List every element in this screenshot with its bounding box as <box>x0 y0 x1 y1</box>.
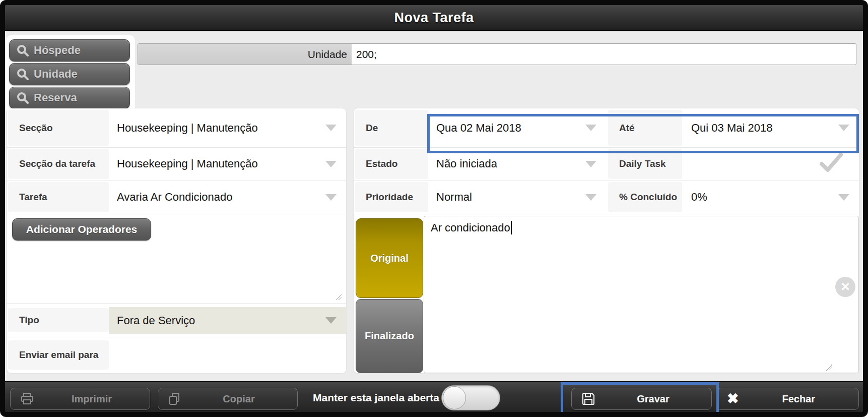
unidade-field-value[interactable]: 200; <box>352 44 856 65</box>
dialog-titlebar: Nova Tarefa <box>5 5 863 31</box>
search-icon <box>17 92 29 104</box>
search-icon <box>17 44 29 56</box>
seccao-select[interactable]: Housekeeping | Manutenção <box>109 108 346 147</box>
chevron-down-icon[interactable] <box>585 161 596 167</box>
copiar-label: Copiar <box>180 393 297 405</box>
tab-original[interactable]: Original <box>356 218 423 298</box>
seccao-label: Secção <box>8 110 109 146</box>
add-operators-button[interactable]: Adicionar Operadores <box>12 218 151 241</box>
concluido-select[interactable]: 0% <box>683 181 859 214</box>
search-icon <box>17 68 29 80</box>
operators-list[interactable] <box>12 245 341 300</box>
task-details-panel: Secção Housekeeping | Manutenção Secção … <box>7 108 346 373</box>
imprimir-button[interactable]: Imprimir <box>10 388 150 410</box>
daily-task-checkmark-icon[interactable] <box>820 153 843 175</box>
prioridade-label: Prioridade <box>355 182 428 212</box>
close-icon: ✖ <box>727 392 739 406</box>
nova-tarefa-dialog: Nova Tarefa Hóspede Unidade Reserva Unid… <box>0 0 868 417</box>
seccao-tarefa-select[interactable]: Housekeeping | Manutenção <box>109 147 346 181</box>
tarefa-label: Tarefa <box>8 182 109 212</box>
description-text: Ar condicionado <box>431 221 512 234</box>
seccao-tarefa-label: Secção da tarefa <box>8 149 109 179</box>
prioridade-select[interactable]: Normal <box>428 181 608 214</box>
resize-handle-icon[interactable] <box>825 364 832 371</box>
gravar-label: Gravar <box>595 393 711 405</box>
enviar-email-input[interactable] <box>109 339 346 371</box>
search-reserva-button[interactable]: Reserva <box>9 87 130 109</box>
text-cursor <box>511 221 512 234</box>
unidade-field-label: Unidade <box>138 44 352 65</box>
footer-toolbar: Imprimir Copiar Manter esta janela abert… <box>5 381 863 412</box>
search-unidade-label: Unidade <box>34 68 78 81</box>
imprimir-label: Imprimir <box>34 393 150 405</box>
estado-select[interactable]: Não iniciada <box>428 147 608 181</box>
tab-finalizado[interactable]: Finalizado <box>356 299 423 373</box>
dialog-title: Nova Tarefa <box>394 10 474 26</box>
search-unidade-button[interactable]: Unidade <box>9 63 130 85</box>
save-icon <box>582 392 595 405</box>
de-label: De <box>355 110 428 146</box>
fechar-button[interactable]: ✖ Fechar <box>716 388 859 410</box>
keep-window-open-toggle[interactable] <box>441 385 500 410</box>
chevron-down-icon[interactable] <box>838 194 849 201</box>
ate-select[interactable]: Qui 03 Mai 2018 <box>683 108 859 147</box>
clear-text-icon[interactable]: ✕ <box>835 277 855 297</box>
tarefa-select[interactable]: Avaria Ar Condicionado <box>109 181 346 214</box>
keep-window-open-label: Manter esta janela aberta <box>313 382 439 413</box>
chevron-down-icon[interactable] <box>838 125 849 131</box>
ate-label: Até <box>608 110 682 146</box>
concluido-label: % Concluído <box>608 182 682 212</box>
chevron-down-icon[interactable] <box>325 317 337 324</box>
fechar-label: Fechar <box>739 393 858 405</box>
unidade-field[interactable]: Unidade 200; <box>138 43 856 65</box>
search-reserva-label: Reserva <box>34 91 77 104</box>
estado-label: Estado <box>355 149 428 179</box>
enviar-email-label: Enviar email para <box>8 340 109 370</box>
printer-icon <box>21 393 34 405</box>
resize-handle-icon[interactable] <box>335 293 342 300</box>
chevron-down-icon[interactable] <box>585 125 596 131</box>
description-textarea[interactable]: Ar condicionado ✕ <box>424 216 859 373</box>
search-hospede-button[interactable]: Hóspede <box>9 39 130 62</box>
daily-task-label: Daily Task <box>608 149 682 179</box>
gravar-button[interactable]: Gravar <box>571 388 712 410</box>
schedule-panel: De Qua 02 Mai 2018 Até Qui 03 Mai 2018 E… <box>354 108 859 373</box>
toggle-knob[interactable] <box>443 386 466 409</box>
search-hospede-label: Hóspede <box>34 44 81 57</box>
de-select[interactable]: Qua 02 Mai 2018 <box>428 108 608 147</box>
chevron-down-icon[interactable] <box>325 125 337 131</box>
chevron-down-icon[interactable] <box>325 194 337 201</box>
tipo-label: Tipo <box>8 308 109 332</box>
copiar-button[interactable]: Copiar <box>158 388 298 410</box>
copy-icon <box>168 392 180 405</box>
chevron-down-icon[interactable] <box>325 161 337 167</box>
chevron-down-icon[interactable] <box>585 194 596 201</box>
tipo-select[interactable]: Fora de Serviço <box>109 307 346 334</box>
